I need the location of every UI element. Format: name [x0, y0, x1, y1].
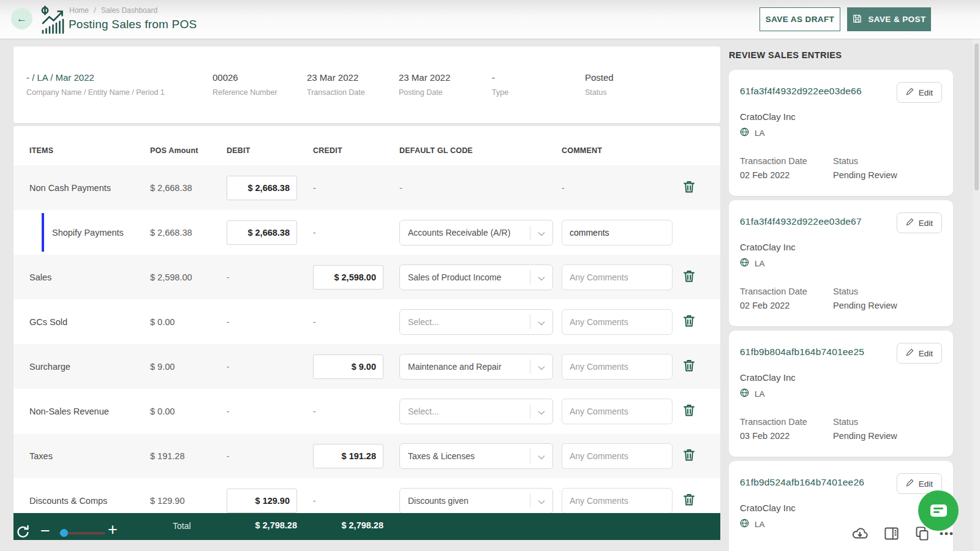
- zoom-slider[interactable]: [59, 532, 105, 534]
- item-cell: Non-Sales Revenue: [29, 406, 150, 417]
- delete-row-button[interactable]: [682, 313, 696, 330]
- entry-id[interactable]: 61fb9d524afb164b7401ee26: [740, 473, 864, 488]
- cloud-download-icon[interactable]: [851, 525, 869, 544]
- gl-code-select[interactable]: Select...: [399, 399, 553, 424]
- table-row: Discounts & Comps$ 129.90-Discounts give…: [13, 478, 720, 514]
- breadcrumb-sales-dashboard[interactable]: Sales Dashboard: [101, 6, 157, 15]
- gl-code-cell: Taxes & Licenses: [399, 443, 562, 469]
- comment-input[interactable]: [562, 488, 673, 514]
- gl-code-select[interactable]: Sales of Product Income: [399, 264, 553, 290]
- card-header-row: 61fa3f4f4932d922ee03de66Edit: [740, 82, 942, 103]
- comment-input[interactable]: [562, 220, 673, 246]
- table-row: Surcharge$ 9.00-Maintenance and Repair: [13, 344, 720, 389]
- comment-cell: [562, 220, 682, 246]
- gl-code-cell: Sales of Product Income: [399, 264, 562, 290]
- pos-amount-cell: $ 9.00: [150, 361, 227, 372]
- gl-code-select[interactable]: Select...: [399, 309, 553, 335]
- table-row: Sales$ 2,598.00-Sales of Product Income: [13, 255, 720, 299]
- back-arrow-icon: ←: [17, 13, 27, 24]
- delete-row-button[interactable]: [682, 403, 696, 419]
- delete-row-button[interactable]: [682, 492, 696, 509]
- gl-code-select[interactable]: Maintenance and Repair: [399, 354, 553, 380]
- comment-cell: [562, 354, 682, 380]
- credit-input[interactable]: [313, 444, 383, 468]
- company-name: CratoClay Inc: [740, 372, 942, 383]
- copy-pages-icon[interactable]: [914, 525, 930, 544]
- debit-input[interactable]: [227, 176, 297, 200]
- gl-code-select[interactable]: Taxes & Licenses: [399, 443, 553, 469]
- info-type: - Type: [492, 72, 508, 97]
- delete-row-button[interactable]: [682, 179, 696, 196]
- delete-row-button[interactable]: [682, 269, 696, 285]
- edit-entry-button[interactable]: Edit: [897, 343, 942, 364]
- pos-amount-cell: $ 129.90: [150, 495, 227, 506]
- gl-code-cell: Select...: [399, 309, 562, 335]
- transaction-date-label: Transaction Date: [740, 287, 833, 296]
- item-label: Sales: [29, 272, 51, 282]
- edit-entry-button[interactable]: Edit: [897, 82, 942, 103]
- zoom-in-button[interactable]: +: [108, 520, 118, 539]
- entry-id[interactable]: 61fb9b804afb164b7401ee25: [740, 343, 864, 358]
- gl-code-selected-value: Accounts Receivable (A/R): [400, 228, 530, 238]
- status-block: StatusPending Review: [833, 287, 926, 310]
- gl-code-selected-value: Maintenance and Repair: [400, 362, 530, 372]
- table-row: Non-Sales Revenue$ 0.00--Select...: [13, 389, 720, 433]
- actions-cell: [682, 313, 704, 330]
- delete-row-button[interactable]: [682, 448, 696, 464]
- credit-input[interactable]: [313, 265, 383, 290]
- entry-id[interactable]: 61fa3f4f4932d922ee03de67: [740, 212, 862, 227]
- entry-id[interactable]: 61fa3f4f4932d922ee03de66: [740, 82, 862, 97]
- credit-cell: [313, 265, 399, 290]
- pos-amount-cell: $ 191.28: [150, 451, 227, 462]
- actions-cell: [682, 179, 704, 196]
- save-and-post-button[interactable]: SAVE & POST: [847, 7, 931, 31]
- breadcrumb-home[interactable]: Home: [69, 6, 89, 15]
- item-label: Discounts & Comps: [29, 496, 107, 506]
- status-label: Status: [833, 287, 926, 296]
- globe-icon: [740, 519, 749, 530]
- trash-icon: [684, 275, 695, 284]
- comment-cell: [562, 264, 682, 290]
- save-as-draft-button[interactable]: SAVE AS DRAFT: [760, 7, 840, 31]
- back-button[interactable]: ←: [11, 8, 32, 29]
- credit-value: -: [313, 228, 316, 238]
- actions-cell: [682, 403, 704, 419]
- item-label: GCs Sold: [29, 317, 67, 327]
- item-cell: Sales: [29, 272, 150, 283]
- edit-label: Edit: [919, 219, 933, 228]
- edit-entry-button[interactable]: Edit: [897, 212, 942, 233]
- reader-sidebar-icon[interactable]: [883, 525, 900, 544]
- vertical-scrollbar[interactable]: [973, 39, 980, 551]
- comment-input[interactable]: [562, 309, 673, 335]
- gl-code-cell: -: [399, 182, 562, 193]
- debit-input[interactable]: [227, 220, 297, 245]
- ellipsis-menu-icon[interactable]: •••: [940, 528, 954, 540]
- credit-cell: [313, 354, 399, 379]
- gl-code-select[interactable]: Discounts given: [399, 488, 553, 514]
- transaction-info-bar: - / LA / Mar 2022 Company Name / Entity …: [13, 47, 720, 123]
- credit-input[interactable]: [313, 354, 383, 379]
- debit-cell: [227, 176, 313, 200]
- debit-value: -: [227, 317, 230, 327]
- gl-code-cell: Discounts given: [399, 488, 562, 514]
- delete-row-button[interactable]: [682, 358, 696, 375]
- debit-cell: [227, 220, 313, 245]
- credit-cell: -: [313, 227, 399, 238]
- col-pos-amount: POS Amount: [150, 146, 227, 155]
- entity-row: LA: [740, 127, 942, 138]
- zoom-slider-handle[interactable]: [60, 529, 68, 537]
- scrollbar-thumb[interactable]: [974, 43, 979, 190]
- debit-input[interactable]: [227, 489, 297, 513]
- zoom-out-button[interactable]: −: [40, 522, 50, 541]
- debit-value: -: [227, 407, 230, 416]
- comment-input[interactable]: [562, 264, 673, 290]
- review-entry-card: 61fa3f4f4932d922ee03de66EditCratoClay In…: [729, 70, 953, 196]
- comment-input[interactable]: [562, 443, 673, 469]
- edit-pencil-icon: [906, 479, 914, 489]
- col-default-gl-code: DEFAULT GL CODE: [399, 146, 562, 155]
- gl-code-select[interactable]: Accounts Receivable (A/R): [399, 220, 553, 246]
- comment-input[interactable]: [562, 354, 673, 380]
- chevron-down-icon: [530, 494, 552, 507]
- comment-input[interactable]: [562, 399, 673, 424]
- refresh-icon[interactable]: [16, 524, 29, 541]
